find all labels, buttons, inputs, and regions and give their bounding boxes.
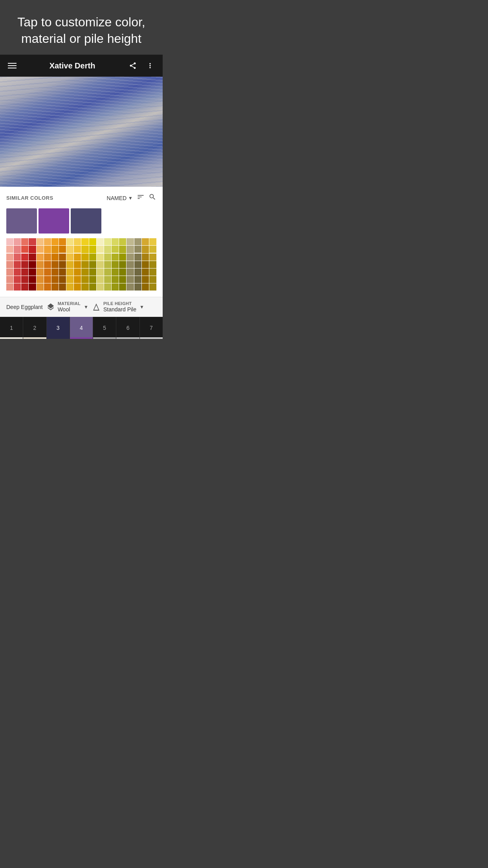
color-cell[interactable] <box>134 261 141 268</box>
color-cell[interactable] <box>74 254 81 261</box>
color-cell[interactable] <box>112 268 119 276</box>
color-cell[interactable] <box>89 261 96 268</box>
color-cell[interactable] <box>104 261 111 268</box>
color-cell[interactable] <box>112 238 119 245</box>
color-cell[interactable] <box>149 261 156 268</box>
color-cell[interactable] <box>89 238 96 245</box>
color-cell[interactable] <box>127 261 134 268</box>
color-cell[interactable] <box>74 276 81 283</box>
color-cell[interactable] <box>142 254 149 261</box>
color-cell[interactable] <box>59 246 66 253</box>
color-cell[interactable] <box>14 276 21 283</box>
tab-4[interactable]: 4 <box>70 317 93 339</box>
color-cell[interactable] <box>59 283 66 291</box>
color-cell[interactable] <box>21 261 28 268</box>
color-cell[interactable] <box>142 276 149 283</box>
color-cell[interactable] <box>44 238 51 245</box>
color-cell[interactable] <box>6 276 13 283</box>
color-cell[interactable] <box>89 246 96 253</box>
color-cell[interactable] <box>29 261 36 268</box>
color-cell[interactable] <box>104 254 111 261</box>
color-cell[interactable] <box>142 268 149 276</box>
color-cell[interactable] <box>127 254 134 261</box>
color-cell[interactable] <box>6 261 13 268</box>
color-cell[interactable] <box>44 276 51 283</box>
color-cell[interactable] <box>149 254 156 261</box>
color-cell[interactable] <box>112 246 119 253</box>
color-cell[interactable] <box>37 283 44 291</box>
color-cell[interactable] <box>97 246 104 253</box>
color-cell[interactable] <box>14 246 21 253</box>
color-cell[interactable] <box>44 283 51 291</box>
color-cell[interactable] <box>134 238 141 245</box>
color-cell[interactable] <box>119 246 126 253</box>
color-cell[interactable] <box>149 283 156 291</box>
tab-5[interactable]: 5 <box>93 317 116 339</box>
color-cell[interactable] <box>104 268 111 276</box>
color-cell[interactable] <box>44 254 51 261</box>
tab-7[interactable]: 7 <box>140 317 163 339</box>
color-cell[interactable] <box>97 276 104 283</box>
color-cell[interactable] <box>37 238 44 245</box>
selected-swatch-3[interactable] <box>71 208 101 234</box>
color-cell[interactable] <box>81 261 88 268</box>
color-cell[interactable] <box>81 283 88 291</box>
color-cell[interactable] <box>29 276 36 283</box>
menu-button[interactable] <box>6 61 18 70</box>
color-cell[interactable] <box>14 238 21 245</box>
color-cell[interactable] <box>134 246 141 253</box>
color-cell[interactable] <box>97 238 104 245</box>
color-cell[interactable] <box>6 283 13 291</box>
tab-3[interactable]: 3 <box>47 317 70 339</box>
color-cell[interactable] <box>127 276 134 283</box>
color-cell[interactable] <box>104 238 111 245</box>
selected-swatch-2[interactable] <box>39 208 69 234</box>
tab-6[interactable]: 6 <box>116 317 139 339</box>
named-dropdown[interactable]: NAMED ▼ <box>107 195 133 201</box>
color-cell[interactable] <box>112 254 119 261</box>
color-cell[interactable] <box>37 246 44 253</box>
color-cell[interactable] <box>59 254 66 261</box>
color-cell[interactable] <box>21 268 28 276</box>
color-cell[interactable] <box>37 268 44 276</box>
color-cell[interactable] <box>29 238 36 245</box>
color-cell[interactable] <box>29 283 36 291</box>
color-cell[interactable] <box>51 261 59 268</box>
color-cell[interactable] <box>119 261 126 268</box>
color-cell[interactable] <box>112 261 119 268</box>
tab-2[interactable]: 2 <box>23 317 46 339</box>
color-cell[interactable] <box>14 268 21 276</box>
color-cell[interactable] <box>29 246 36 253</box>
color-cell[interactable] <box>97 254 104 261</box>
color-cell[interactable] <box>149 238 156 245</box>
color-cell[interactable] <box>134 254 141 261</box>
color-cell[interactable] <box>127 283 134 291</box>
color-cell[interactable] <box>74 238 81 245</box>
color-cell[interactable] <box>37 254 44 261</box>
color-cell[interactable] <box>112 283 119 291</box>
color-cell[interactable] <box>51 238 59 245</box>
color-cell[interactable] <box>74 261 81 268</box>
color-cell[interactable] <box>59 276 66 283</box>
color-cell[interactable] <box>51 246 59 253</box>
color-cell[interactable] <box>51 268 59 276</box>
color-cell[interactable] <box>119 238 126 245</box>
color-cell[interactable] <box>127 246 134 253</box>
color-cell[interactable] <box>119 268 126 276</box>
color-cell[interactable] <box>6 268 13 276</box>
color-cell[interactable] <box>81 268 88 276</box>
color-cell[interactable] <box>149 246 156 253</box>
color-cell[interactable] <box>66 254 73 261</box>
tab-1[interactable]: 1 <box>0 317 23 339</box>
color-cell[interactable] <box>127 268 134 276</box>
color-cell[interactable] <box>81 246 88 253</box>
color-cell[interactable] <box>6 238 13 245</box>
color-cell[interactable] <box>97 261 104 268</box>
color-cell[interactable] <box>81 254 88 261</box>
color-cell[interactable] <box>51 276 59 283</box>
color-cell[interactable] <box>97 268 104 276</box>
color-cell[interactable] <box>59 261 66 268</box>
color-cell[interactable] <box>14 254 21 261</box>
rug-image[interactable] <box>0 77 163 187</box>
color-cell[interactable] <box>14 283 21 291</box>
